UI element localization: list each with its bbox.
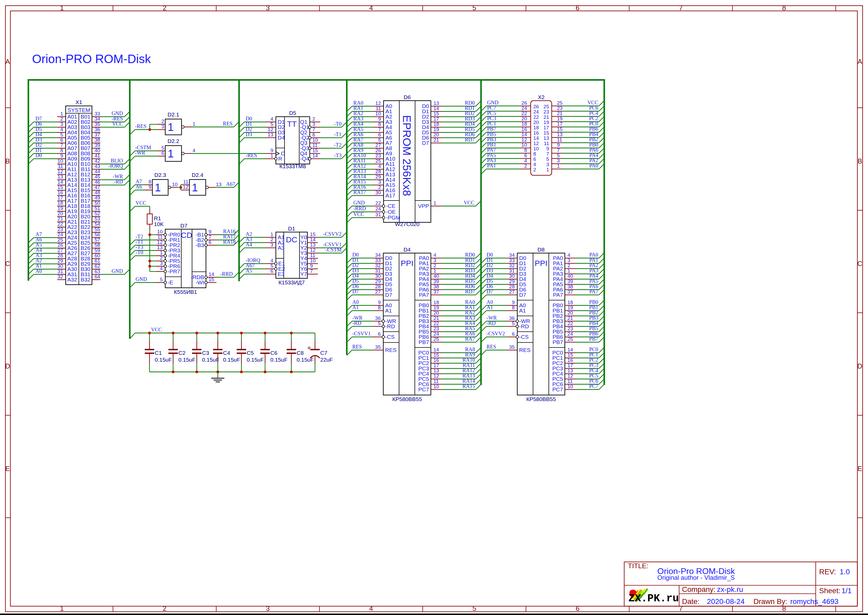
svg-text:19: 19 [58,206,63,211]
svg-text:22: 22 [522,111,527,116]
svg-text:11: 11 [310,253,315,258]
svg-text:D4: D4 [404,247,411,253]
svg-text:49: 49 [95,195,100,201]
svg-text:12: 12 [376,100,381,106]
svg-text:PB2: PB2 [589,136,598,142]
svg-text:D4: D4 [352,273,358,279]
svg-text:RD6: RD6 [465,131,475,137]
svg-text:RD1: RD1 [465,257,475,263]
svg-text:18: 18 [567,300,573,305]
svg-text:D4: D4 [486,273,493,279]
svg-text:24: 24 [58,232,63,237]
svg-text:50: 50 [95,200,100,206]
svg-text:4: 4 [533,162,536,167]
svg-text:10: 10 [172,182,178,187]
svg-text:RA16: RA16 [353,184,366,190]
svg-text:26: 26 [533,104,539,109]
svg-text:19: 19 [433,127,439,132]
svg-text:14: 14 [433,347,439,353]
svg-text:12: 12 [433,373,439,379]
svg-text:4: 4 [369,604,373,612]
svg-text:E3: E3 [278,271,285,277]
svg-text:37: 37 [95,132,100,137]
svg-text:33: 33 [95,111,100,116]
svg-text:D6: D6 [352,283,358,289]
svg-text:9: 9 [546,146,549,151]
svg-text:62: 62 [95,263,100,269]
svg-text:13: 13 [157,245,163,250]
svg-text:-WR: -WR [486,315,497,321]
svg-text:13: 13 [567,368,573,373]
svg-text:EPROM 256Kx8: EPROM 256Kx8 [400,115,413,196]
svg-text:2: 2 [567,263,570,268]
svg-text:A5: A5 [246,268,252,273]
svg-text:7: 7 [557,147,560,153]
svg-text:10: 10 [58,158,63,164]
svg-text:1: 1 [546,167,549,172]
svg-text:4: 4 [369,4,373,12]
svg-text:D2: D2 [352,262,358,268]
svg-text:5: 5 [270,263,273,268]
svg-text:RA18: RA18 [223,239,236,245]
svg-text:28: 28 [509,284,515,289]
svg-text:8: 8 [378,305,381,311]
svg-text:PB3: PB3 [589,315,598,321]
svg-text:PB6: PB6 [589,331,598,336]
svg-text:C4: C4 [223,350,230,356]
svg-text:11: 11 [312,142,318,148]
svg-text:PC5: PC5 [487,110,496,116]
svg-text:RA17: RA17 [353,189,366,195]
svg-text:КР580ВВ55: КР580ВВ55 [526,396,556,402]
svg-text:Orion-PRO ROM-Disk: Orion-PRO ROM-Disk [32,52,151,66]
svg-text:D7: D7 [352,289,358,294]
svg-text:PA4: PA4 [589,273,598,279]
svg-text:13: 13 [310,242,316,248]
svg-text:23: 23 [544,109,549,115]
svg-text:23: 23 [567,326,573,331]
svg-text:63: 63 [95,268,100,274]
svg-text:20: 20 [58,211,63,216]
svg-text:-IORQ: -IORQ [246,257,260,263]
svg-text:12: 12 [310,247,316,253]
svg-text:15: 15 [209,277,214,282]
svg-text:32: 32 [375,263,381,268]
svg-text:R1: R1 [154,215,161,221]
svg-text:D: D [5,362,10,370]
svg-text:37: 37 [433,289,439,295]
svg-text:D1: D1 [486,257,493,263]
svg-text:Date:: Date: [682,598,700,606]
svg-text:9: 9 [557,142,560,148]
svg-text:B32: B32 [81,276,90,283]
svg-text:RA9: RA9 [465,352,475,357]
svg-text:RA10: RA10 [353,153,366,158]
svg-text:PC6: PC6 [589,378,598,384]
svg-text:15: 15 [557,126,563,132]
svg-text:35: 35 [509,344,515,350]
svg-text:26: 26 [522,100,527,106]
svg-text:PB7: PB7 [487,126,496,132]
svg-text:RD2: RD2 [465,262,475,268]
svg-text:1: 1 [567,268,570,273]
svg-text:RA1: RA1 [353,105,363,111]
svg-text:6: 6 [209,239,212,245]
svg-text:16: 16 [58,190,63,195]
svg-text:5: 5 [557,153,560,158]
svg-text:D3: D3 [486,268,493,273]
svg-text:A17: A17 [385,192,395,198]
svg-text:9: 9 [378,300,381,305]
svg-text:-RRD: -RRD [353,206,366,211]
svg-text:32: 32 [509,263,515,268]
svg-text:14: 14 [312,153,318,158]
svg-text:16: 16 [533,130,539,136]
svg-text:2: 2 [433,263,436,268]
svg-text:24: 24 [567,331,573,337]
svg-text:21: 21 [544,114,549,120]
svg-text:11: 11 [58,164,63,169]
svg-text:-Q4: -Q4 [300,156,309,162]
svg-text:0.15uF: 0.15uF [247,357,264,363]
svg-text:VCC: VCC [136,200,146,206]
svg-text:D1: D1 [352,257,358,263]
svg-text:5: 5 [270,122,273,127]
svg-text:52: 52 [95,211,100,216]
svg-text:2020-08-24: 2020-08-24 [707,598,745,606]
